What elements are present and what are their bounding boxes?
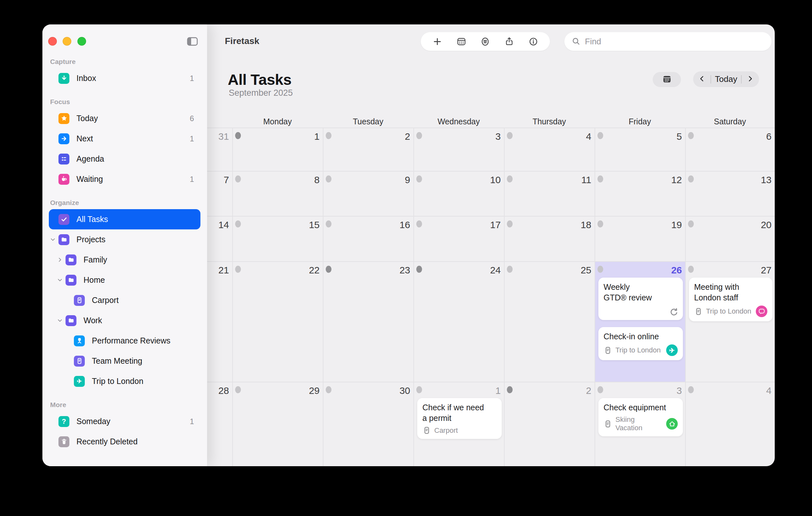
task-card-check-in-online[interactable]: Check-in onlineTrip to London✈	[599, 327, 683, 360]
day-cell-4[interactable]: 4	[685, 382, 775, 466]
sidebar-item-recently-deleted[interactable]: Recently Deleted	[49, 431, 200, 452]
disclosure-chevron-right-icon[interactable]	[57, 257, 63, 263]
day-cell-1[interactable]: 1Check if we need a permitCarport	[413, 382, 504, 466]
sidebar-item-today[interactable]: Today6	[49, 108, 200, 128]
day-cell-19[interactable]: 19	[594, 216, 685, 261]
day-cell-13[interactable]: 13	[685, 171, 775, 216]
disclosure-chevron-down-icon[interactable]	[57, 277, 63, 283]
day-number: 26	[671, 265, 682, 276]
doc-icon	[74, 295, 85, 306]
close-window-button[interactable]	[48, 37, 57, 46]
day-number: 25	[581, 265, 591, 276]
trash-icon	[58, 436, 69, 447]
day-cell-23[interactable]: 23	[323, 261, 413, 382]
calendar-grid: 3112345678910111213141516171819202122232…	[142, 127, 775, 466]
calendar-toggle-button[interactable]	[653, 72, 681, 87]
today-button[interactable]: Today	[711, 74, 741, 84]
sidebar-item-label: Inbox	[77, 74, 96, 83]
task-card-meeting-with[interactable]: Meeting with London staffTrip to London	[689, 278, 773, 321]
day-cell-2[interactable]: 2	[504, 382, 594, 466]
day-number: 14	[219, 220, 229, 230]
day-cell-10[interactable]: 10	[413, 171, 504, 216]
day-cell-18[interactable]: 18	[504, 216, 594, 261]
minimize-window-button[interactable]	[63, 37, 71, 46]
day-activity-dot	[235, 386, 241, 393]
sidebar-item-someday[interactable]: ?Someday1	[49, 411, 200, 431]
day-cell-1[interactable]: 1	[232, 127, 323, 171]
sidebar-item-inbox[interactable]: Inbox1	[49, 68, 200, 88]
weekday-header-row: SundayMondayTuesdayWednesdayThursdayFrid…	[142, 115, 775, 127]
task-card-check-equipment[interactable]: Check equipmentSkiing Vacation	[599, 398, 683, 436]
sidebar-item-family[interactable]: Family	[49, 250, 200, 270]
project-doc-icon	[694, 307, 703, 316]
day-cell-26[interactable]: 26Weekly GTD® reviewCheck-in onlineTrip …	[594, 261, 685, 382]
day-cell-16[interactable]: 16	[323, 216, 413, 261]
day-activity-dot	[326, 132, 331, 139]
next-button[interactable]	[742, 71, 759, 87]
day-cell-25[interactable]: 25	[504, 261, 594, 382]
sidebar-item-label: Waiting	[77, 174, 103, 184]
app-title: Firetask	[225, 36, 259, 46]
sidebar-item-performance-reviews[interactable]: Performance Reviews	[49, 331, 200, 351]
day-cell-22[interactable]: 22	[232, 261, 323, 382]
zoom-window-button[interactable]	[78, 37, 86, 46]
sidebar-item-waiting[interactable]: Waiting1	[49, 169, 200, 189]
day-events: Check equipmentSkiing Vacation	[595, 382, 685, 436]
sidebar-item-label: Home	[84, 275, 105, 285]
day-cell-17[interactable]: 17	[413, 216, 504, 261]
share-button[interactable]	[502, 34, 517, 49]
sidebar-item-all-tasks[interactable]: All Tasks	[49, 209, 200, 229]
task-card-weekly[interactable]: Weekly GTD® review	[599, 278, 683, 320]
sidebar-item-next[interactable]: Next1	[49, 128, 200, 149]
day-cell-2[interactable]: 2	[323, 127, 413, 171]
sidebar-item-team-meeting[interactable]: Team Meeting	[49, 351, 200, 371]
day-number: 15	[309, 220, 320, 230]
sidebar-item-trip-to-london[interactable]: ✈Trip to London	[49, 371, 200, 391]
weekday-header-monday: Monday	[232, 115, 323, 127]
sidebar-item-work[interactable]: Work	[49, 310, 200, 331]
day-cell-30[interactable]: 30	[323, 382, 413, 466]
day-activity-dot	[326, 221, 331, 227]
add-button[interactable]	[430, 34, 445, 49]
disclosure-chevron-down-icon[interactable]	[50, 236, 56, 243]
day-cell-15[interactable]: 15	[232, 216, 323, 261]
disclosure-chevron-down-icon[interactable]	[57, 317, 63, 324]
day-cell-6[interactable]: 6	[685, 127, 775, 171]
day-activity-dot	[598, 132, 603, 139]
day-cell-12[interactable]: 12	[594, 171, 685, 216]
day-number: 6	[766, 131, 772, 142]
day-cell-3[interactable]: 3Check equipmentSkiing Vacation	[594, 382, 685, 466]
day-number: 4	[586, 131, 591, 142]
day-cell-8[interactable]: 8	[232, 171, 323, 216]
task-card-check-if-we-need[interactable]: Check if we need a permitCarport	[417, 398, 502, 439]
day-cell-29[interactable]: 29	[232, 382, 323, 466]
day-number: 29	[309, 385, 320, 396]
task-title: Meeting with London staff	[694, 282, 767, 303]
day-number: 18	[581, 220, 591, 230]
day-activity-dot	[326, 175, 331, 182]
task-title: Check-in online	[604, 331, 678, 342]
sidebar-item-carport[interactable]: Carport	[49, 290, 200, 310]
day-number: 23	[400, 265, 410, 276]
chat-badge-icon	[756, 306, 767, 317]
sidebar-item-agenda[interactable]: Agenda	[49, 149, 200, 169]
sidebar-item-home[interactable]: Home	[49, 270, 200, 290]
filter-button[interactable]	[478, 34, 493, 49]
day-number: 1	[495, 385, 501, 396]
day-cell-5[interactable]: 5	[594, 127, 685, 171]
day-cell-24[interactable]: 24	[413, 261, 504, 382]
day-number: 27	[761, 265, 772, 276]
day-cell-3[interactable]: 3	[413, 127, 504, 171]
day-cell-20[interactable]: 20	[685, 216, 775, 261]
day-cell-9[interactable]: 9	[323, 171, 413, 216]
project-doc-icon	[604, 346, 612, 355]
sidebar-item-projects[interactable]: Projects	[49, 229, 200, 250]
day-cell-27[interactable]: 27Meeting with London staffTrip to Londo…	[685, 261, 775, 382]
calendar-view-button[interactable]	[454, 34, 469, 49]
find-field[interactable]: Find	[564, 32, 772, 51]
sidebar-toggle-button[interactable]	[186, 36, 199, 47]
day-cell-11[interactable]: 11	[504, 171, 594, 216]
info-button[interactable]	[526, 34, 541, 49]
day-cell-4[interactable]: 4	[504, 127, 594, 171]
previous-button[interactable]	[693, 71, 710, 87]
